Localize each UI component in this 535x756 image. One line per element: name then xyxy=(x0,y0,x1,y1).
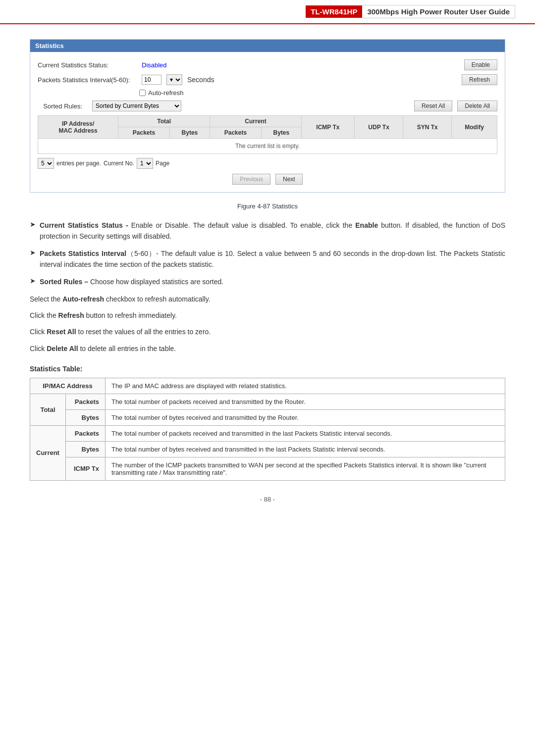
packet-interval-label: Packets Statistics Interval(5-60): xyxy=(38,76,137,84)
bullet-text-3: Sorted Rules – Choose how displayed stat… xyxy=(40,276,223,287)
figure-caption: Figure 4-87 Statistics xyxy=(30,202,505,210)
bullet-arrow-3: ➤ xyxy=(30,277,36,285)
current-status-row: Current Statistics Status: Disabled Enab… xyxy=(38,59,497,70)
desc-row-current-bytes: Bytes The total number of bytes received… xyxy=(30,441,505,457)
packet-interval-row: Packets Statistics Interval(5-60): ▾ Sec… xyxy=(38,74,497,85)
desc-current-bytes-sub: Bytes xyxy=(65,441,105,457)
desc-total-packets-desc: The total number of packets received and… xyxy=(105,394,505,409)
empty-message: The current list is empty. xyxy=(38,139,497,154)
sorted-rules-select[interactable]: Sorted by Current Bytes xyxy=(92,101,181,111)
reset-all-button[interactable]: Reset All xyxy=(414,101,452,111)
pagination-buttons: Previous Next xyxy=(38,174,497,185)
previous-button[interactable]: Previous xyxy=(232,174,270,185)
bullet-item-2: ➤ Packets Statistics Interval（5-60）- The… xyxy=(30,248,505,270)
col-syntx: SYN Tx xyxy=(403,116,452,139)
stats-panel-header: Statistics xyxy=(30,40,505,52)
bullet1-bold: Current Statistics Status - xyxy=(40,221,128,229)
desc-row-total-bytes: Bytes The total number of bytes received… xyxy=(30,409,505,425)
interval-select[interactable]: ▾ xyxy=(166,74,182,85)
auto-refresh-text: Auto-refresh xyxy=(148,89,184,97)
bullet-item-3: ➤ Sorted Rules – Choose how displayed st… xyxy=(30,276,505,287)
auto-refresh-row: Auto-refresh xyxy=(38,89,497,97)
bullet-text-2: Packets Statistics Interval（5-60）- The d… xyxy=(40,248,505,270)
statistics-panel: Statistics Current Statistics Status: Di… xyxy=(30,39,505,193)
para-reset-bold: Reset All xyxy=(47,328,76,336)
bullet3-bold: Sorted Rules – xyxy=(40,278,88,286)
header-model: TL-WR841HP xyxy=(306,5,362,18)
empty-row: The current list is empty. xyxy=(38,139,497,154)
bullet2-bold: Packets Statistics Interval xyxy=(40,250,126,257)
col-current-packets: Packets xyxy=(210,127,262,139)
pagination-row: 5 entries per page. Current No. 1 Page xyxy=(38,158,497,169)
enable-button[interactable]: Enable xyxy=(464,59,497,70)
col-udptx: UDP Tx xyxy=(354,116,403,139)
desc-current-packets-sub: Packets xyxy=(65,425,105,441)
para-reset-all: Click Reset All to reset the values of a… xyxy=(30,326,505,338)
para-delete-bold: Delete All xyxy=(47,345,78,353)
desc-ipmac-desc: The IP and MAC address are displayed wit… xyxy=(105,378,505,394)
current-status-value: Disabled xyxy=(142,61,167,69)
para-refresh: Click the Refresh button to refresh imme… xyxy=(30,309,505,322)
col-current-bytes: Bytes xyxy=(261,127,301,139)
para-auto-refresh-bold: Auto-refresh xyxy=(62,295,104,303)
stats-panel-body: Current Statistics Status: Disabled Enab… xyxy=(30,52,505,192)
entries-select[interactable]: 5 xyxy=(38,158,54,169)
bullet-arrow-1: ➤ xyxy=(30,220,36,228)
col-modify: Modify xyxy=(452,116,497,139)
auto-refresh-label[interactable]: Auto-refresh xyxy=(139,89,184,97)
desc-row-ipmac: IP/MAC Address The IP and MAC address ar… xyxy=(30,378,505,394)
description-table: IP/MAC Address The IP and MAC address ar… xyxy=(30,378,505,481)
col-ipmac: IP Address/MAC Address xyxy=(38,116,118,139)
desc-total-bytes-desc: The total number of bytes received and t… xyxy=(105,409,505,425)
entries-label: entries per page. xyxy=(56,160,101,167)
col-current: Current xyxy=(210,116,302,127)
col-total-packets: Packets xyxy=(118,127,170,139)
para-refresh-bold: Refresh xyxy=(58,311,84,319)
current-no-select[interactable]: 1 xyxy=(137,158,153,169)
desc-row-total-packets: Total Packets The total number of packet… xyxy=(30,394,505,409)
desc-current-bytes-desc: The total number of bytes received and t… xyxy=(105,441,505,457)
desc-current-packets-desc: The total number of packets received and… xyxy=(105,425,505,441)
col-icmptx: ICMP Tx xyxy=(301,116,354,139)
current-no-label: Current No. xyxy=(104,160,134,167)
next-button[interactable]: Next xyxy=(275,174,303,185)
desc-total-bytes-sub: Bytes xyxy=(65,409,105,425)
desc-icmp-sub: ICMP Tx xyxy=(65,457,105,480)
para-delete-all: Click Delete All to delete all entries i… xyxy=(30,343,505,355)
bullet-arrow-2: ➤ xyxy=(30,249,36,256)
desc-current-header: Current xyxy=(30,425,66,480)
auto-refresh-checkbox[interactable] xyxy=(139,90,146,96)
sorted-rules-label: Sorted Rules: xyxy=(38,102,87,110)
col-total: Total xyxy=(118,116,210,127)
header-title: 300Mbps High Power Router User Guide xyxy=(362,5,515,18)
desc-row-icmp: ICMP Tx The number of the ICMP packets t… xyxy=(30,457,505,480)
col-total-bytes: Bytes xyxy=(169,127,210,139)
bullet1-enable: Enable xyxy=(355,221,378,229)
seconds-label: Seconds xyxy=(187,76,214,84)
current-status-label: Current Statistics Status: xyxy=(38,61,137,69)
packet-interval-input[interactable] xyxy=(142,75,161,85)
desc-ipmac-header: IP/MAC Address xyxy=(30,378,106,394)
stats-table: IP Address/MAC Address Total Current ICM… xyxy=(38,115,497,154)
page-label: Page xyxy=(156,160,169,167)
bullet-text-1: Current Statistics Status - Enable or Di… xyxy=(40,220,505,242)
sorted-rules-row: Sorted Rules: Sorted by Current Bytes Re… xyxy=(38,101,497,111)
desc-total-header: Total xyxy=(30,394,66,425)
desc-total-packets-sub: Packets xyxy=(65,394,105,409)
desc-row-current-packets: Current Packets The total number of pack… xyxy=(30,425,505,441)
stats-table-title: Statistics Table: xyxy=(30,365,505,373)
para-auto-refresh: Select the Auto-refresh checkbox to refr… xyxy=(30,293,505,305)
desc-icmp-desc: The number of the ICMP packets transmitt… xyxy=(105,457,505,480)
refresh-button[interactable]: Refresh xyxy=(462,74,497,85)
page-header: TL-WR841HP 300Mbps High Power Router Use… xyxy=(0,0,535,24)
main-content: Statistics Current Statistics Status: Di… xyxy=(0,24,535,518)
bullet-item-1: ➤ Current Statistics Status - Enable or … xyxy=(30,220,505,242)
delete-all-button[interactable]: Delete All xyxy=(457,101,497,111)
page-number: - 88 - xyxy=(30,496,505,503)
